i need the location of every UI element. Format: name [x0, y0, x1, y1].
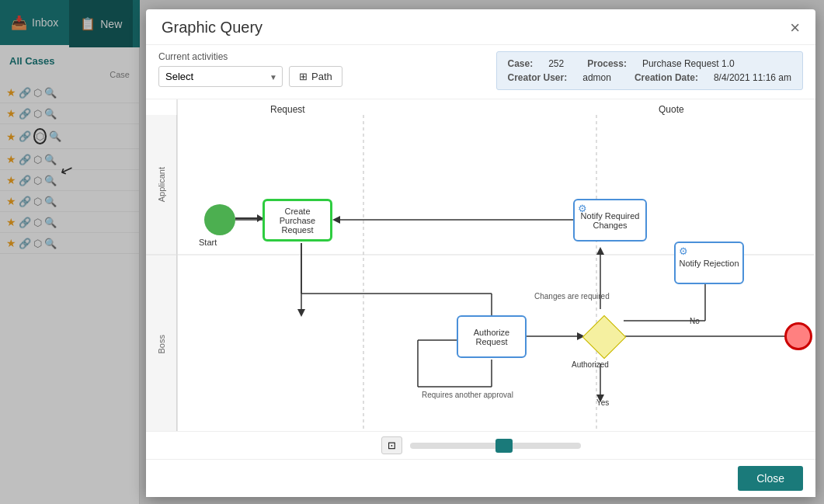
activity-select[interactable]: Select Create Purchase Request [158, 66, 283, 87]
current-activities-label: Current activities [158, 51, 342, 62]
creator-value: admon [582, 72, 611, 83]
controls-area: Current activities Select Create Purchas… [146, 45, 815, 99]
authorized-label: Authorized [572, 360, 609, 369]
section-request-label: Request [270, 104, 305, 115]
modal: Graphic Query × Current activities Selec… [146, 9, 815, 497]
process-label: Process: [587, 58, 627, 69]
svg-marker-11 [596, 247, 604, 255]
zoom-bar: ⊡ [146, 432, 815, 459]
zoom-slider-track[interactable] [410, 443, 581, 449]
path-icon: ⊞ [299, 71, 308, 82]
select-wrapper: Select Create Purchase Request ▼ [158, 66, 283, 87]
notify-icon-2: ⚙ [679, 245, 688, 257]
zoom-fit-button[interactable]: ⊡ [381, 436, 402, 454]
create-pr-label: Create PurchaseRequest [268, 207, 327, 235]
node-end [784, 322, 812, 350]
modal-title: Graphic Query [162, 19, 262, 36]
section-quote-label: Quote [659, 104, 684, 115]
node-create-purchase-request[interactable]: Create PurchaseRequest [262, 199, 332, 242]
case-label: Case: [508, 58, 534, 69]
info-panel: Case: 252 Process: Purchase Request 1.0 … [496, 51, 804, 90]
svg-marker-20 [332, 216, 340, 224]
svg-marker-7 [297, 309, 305, 317]
start-label: Start [199, 238, 217, 247]
node-diamond [582, 315, 626, 359]
notify-icon-1: ⚙ [578, 203, 587, 214]
no-label: No [690, 317, 700, 325]
yes-label: Yes [596, 398, 609, 407]
requires-another-label: Requires another approval [422, 391, 513, 399]
path-button[interactable]: ⊞ Path [289, 66, 342, 87]
path-button-label: Path [311, 71, 332, 82]
changes-required-label: Changes are required [534, 292, 610, 301]
creator-label: Creator User: [508, 72, 568, 83]
modal-close-button[interactable]: × [790, 19, 800, 36]
node-authorize-request[interactable]: AuthorizeRequest [457, 315, 527, 358]
node-notify-changes[interactable]: ⚙ Notify RequiredChanges [573, 199, 647, 242]
date-label: Creation Date: [635, 72, 698, 83]
authorize-label: AuthorizeRequest [474, 328, 509, 346]
swimlane-applicant: Applicant [146, 115, 177, 255]
modal-footer: Close [146, 459, 815, 497]
date-value: 8/4/2021 11:16 am [714, 72, 791, 83]
node-notify-rejection[interactable]: ⚙ Notify Rejection [674, 242, 744, 284]
zoom-slider-thumb[interactable] [495, 439, 513, 453]
swimlane-boss: Boss [146, 255, 177, 432]
node-start [204, 204, 235, 235]
modal-header: Graphic Query × [146, 9, 815, 45]
close-button[interactable]: Close [738, 466, 803, 491]
case-value: 252 [548, 58, 564, 69]
notify-rejection-label: Notify Rejection [679, 259, 739, 268]
process-value: Purchase Request 1.0 [642, 58, 735, 69]
diagram-area: Applicant Boss Request Quote Start Creat… [146, 99, 815, 432]
start-arrow [235, 217, 262, 219]
notify-changes-label: Notify RequiredChanges [581, 211, 640, 230]
